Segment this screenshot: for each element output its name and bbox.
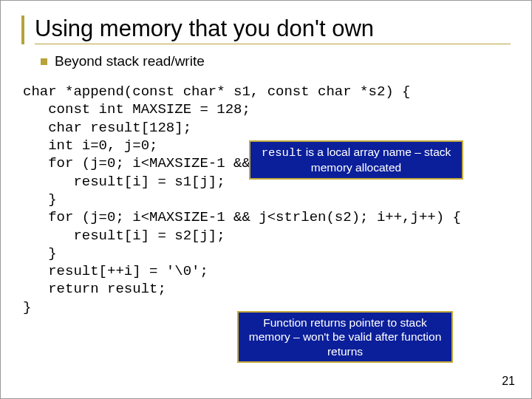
subtitle-row: Beyond stack read/write <box>41 53 511 69</box>
slide-title: Using memory that you don't own <box>35 16 511 44</box>
page-number: 21 <box>502 375 515 388</box>
code-block: char *append(const char* s1, const char … <box>23 83 511 316</box>
callout-text-1: is a local array name – stack memory all… <box>303 146 451 174</box>
callout-mono: result <box>262 146 303 160</box>
bullet-icon <box>41 58 47 65</box>
subtitle-text: Beyond stack read/write <box>55 53 205 69</box>
title-block: Using memory that you don't own <box>21 16 511 44</box>
callout-result-local: result is a local array name – stack mem… <box>249 140 463 180</box>
callout-return-stack: Function returns pointer to stack memory… <box>237 311 453 363</box>
slide: Using memory that you don't own Beyond s… <box>0 0 532 399</box>
